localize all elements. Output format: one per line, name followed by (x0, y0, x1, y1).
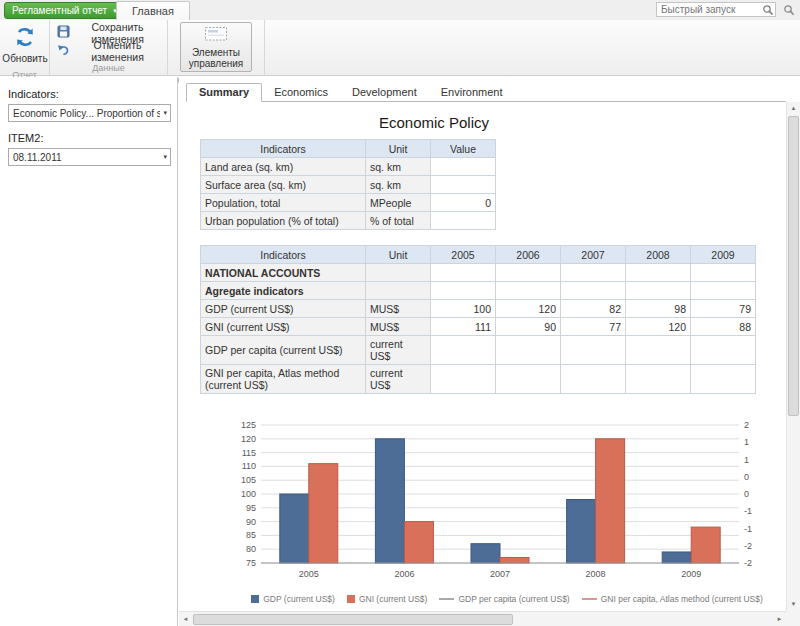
report-menu-label: Регламентный отчет (12, 5, 107, 16)
value-cell[interactable] (431, 176, 496, 194)
svg-text:100: 100 (241, 489, 256, 499)
value-cell[interactable] (691, 336, 756, 365)
scroll-left-icon[interactable]: ◄ (179, 613, 192, 626)
value-cell[interactable] (496, 282, 561, 300)
unit-cell (366, 282, 431, 300)
item2-dropdown[interactable]: 08.11.2011 ▾ (8, 148, 171, 166)
legend-label: GNI per capita, Atlas method (current US… (601, 594, 763, 604)
value-cell[interactable] (626, 336, 691, 365)
ribbon-group-data: Сохранить изменения Отменить изменения Д… (50, 20, 168, 75)
indicators-dropdown[interactable]: Economic Policy... Proportion of s... (1… (8, 104, 171, 122)
svg-text:105: 105 (241, 475, 256, 485)
indicator-cell: Urban population (% of total) (201, 212, 366, 230)
value-cell[interactable] (431, 264, 496, 282)
value-cell[interactable] (496, 365, 561, 394)
value-cell[interactable] (431, 212, 496, 230)
value-cell[interactable]: 79 (691, 300, 756, 318)
tab-economics[interactable]: Economics (262, 84, 340, 101)
ribbon-top-bar: Регламентный отчет ▾ Главная (0, 0, 800, 20)
table-row: GNI (current US$)MUS$111907712088 (201, 318, 756, 336)
content-area: SummaryEconomicsDevelopmentEnvironment E… (179, 77, 800, 626)
svg-text:85: 85 (246, 530, 256, 540)
scroll-right-icon[interactable]: ► (773, 613, 786, 626)
value-cell[interactable] (561, 282, 626, 300)
value-cell[interactable]: 120 (496, 300, 561, 318)
unit-cell: current US$ (366, 365, 431, 394)
legend-line-icon (439, 598, 454, 600)
ribbon-body: Обновить Отчет Сохран (0, 20, 800, 75)
scroll-down-icon[interactable]: ▼ (787, 598, 800, 611)
svg-text:90: 90 (246, 517, 256, 527)
chart-legend: GDP (current US$)GNI (current US$)GDP pe… (227, 594, 786, 604)
unit-cell: MUS$ (366, 300, 431, 318)
legend-square-icon (347, 595, 355, 603)
value-cell[interactable] (496, 264, 561, 282)
indicators-dropdown-value: Economic Policy... Proportion of s... (1 (13, 108, 160, 119)
svg-text:1: 1 (744, 455, 749, 465)
value-cell[interactable] (431, 158, 496, 176)
ribbon-group-report: Обновить Отчет (0, 20, 50, 75)
search-icon[interactable] (781, 3, 796, 17)
legend-item: GDP (current US$) (251, 594, 335, 604)
tab-summary[interactable]: Summary (186, 83, 262, 102)
value-cell[interactable] (431, 365, 496, 394)
value-cell[interactable] (626, 264, 691, 282)
svg-text:-1: -1 (744, 524, 752, 534)
undo-changes-label: Отменить изменения (75, 39, 160, 63)
value-cell[interactable] (691, 282, 756, 300)
column-header: Indicators (201, 140, 366, 158)
sidebar: Indicators: Economic Policy... Proportio… (0, 77, 178, 626)
value-cell[interactable] (561, 336, 626, 365)
tab-strip: SummaryEconomicsDevelopmentEnvironment (186, 84, 786, 102)
ribbon-group-caption: Данные (50, 62, 167, 75)
controls-button[interactable]: Элементы управления (180, 22, 252, 72)
table-row: Agregate indicators (201, 282, 756, 300)
controls-icon (204, 26, 228, 45)
horizontal-scroll-thumb[interactable] (193, 614, 513, 625)
value-cell[interactable]: 82 (561, 300, 626, 318)
vertical-scrollbar[interactable]: ▲ ▼ (786, 102, 800, 611)
svg-text:2005: 2005 (299, 569, 319, 579)
quick-search-input[interactable] (657, 4, 760, 15)
ribbon-filler (265, 20, 800, 75)
legend-item: GDP per capita (current US$) (439, 594, 569, 604)
chevron-down-icon: ▾ (160, 153, 167, 161)
value-cell[interactable] (691, 365, 756, 394)
indicator-cell: GDP per capita (current US$) (201, 336, 366, 365)
value-cell[interactable] (626, 365, 691, 394)
legend-item: GNI (current US$) (347, 594, 428, 604)
column-header: 2008 (626, 246, 691, 264)
value-cell[interactable]: 77 (561, 318, 626, 336)
svg-text:2: 2 (744, 420, 749, 430)
column-header: 2005 (431, 246, 496, 264)
tab-environment[interactable]: Environment (429, 84, 515, 101)
value-cell[interactable]: 0 (431, 194, 496, 212)
value-cell[interactable] (691, 264, 756, 282)
svg-text:2006: 2006 (394, 569, 414, 579)
vertical-scroll-thumb[interactable] (788, 116, 799, 416)
table-row: Land area (sq. km)sq. km (201, 158, 496, 176)
refresh-button[interactable]: Обновить (3, 22, 47, 67)
ribbon-tab-home[interactable]: Главная (116, 1, 190, 20)
value-cell[interactable]: 90 (496, 318, 561, 336)
value-cell[interactable]: 100 (431, 300, 496, 318)
undo-changes-button[interactable]: Отменить изменения (53, 42, 164, 59)
value-cell[interactable]: 98 (626, 300, 691, 318)
tab-development[interactable]: Development (340, 84, 429, 101)
legend-label: GNI (current US$) (359, 594, 428, 604)
search-icon[interactable] (760, 4, 775, 16)
value-cell[interactable] (496, 336, 561, 365)
value-cell[interactable] (431, 282, 496, 300)
value-cell[interactable]: 120 (626, 318, 691, 336)
value-cell[interactable]: 88 (691, 318, 756, 336)
scroll-up-icon[interactable]: ▲ (787, 102, 800, 115)
value-cell[interactable] (626, 282, 691, 300)
value-cell[interactable]: 111 (431, 318, 496, 336)
value-cell[interactable] (561, 264, 626, 282)
indicators-label: Indicators: (8, 88, 171, 100)
report-menu-button[interactable]: Регламентный отчет ▾ (4, 2, 125, 19)
horizontal-scrollbar[interactable]: ◄ ► (179, 611, 786, 626)
page-title: Economic Policy (179, 114, 689, 131)
value-cell[interactable] (431, 336, 496, 365)
value-cell[interactable] (561, 365, 626, 394)
